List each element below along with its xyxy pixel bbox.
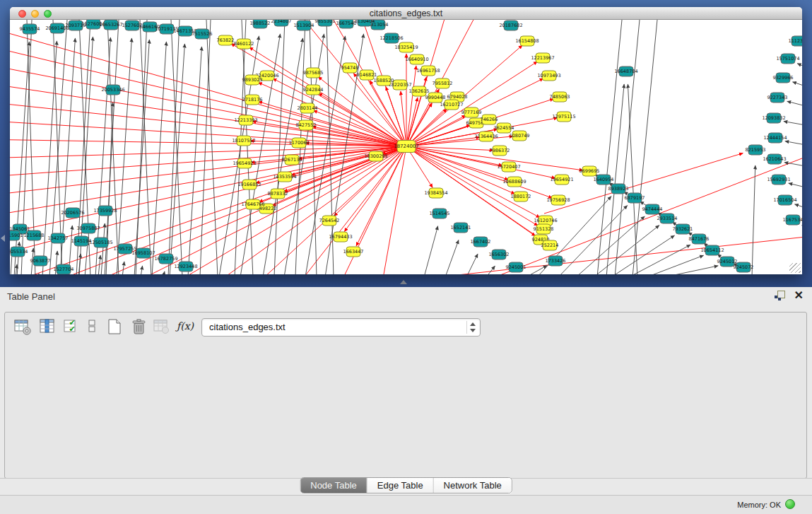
graph-node[interactable]: 14353594: [273, 172, 296, 182]
create-table-icon[interactable]: [106, 319, 124, 337]
graph-node[interactable]: 9435574: [20, 24, 40, 34]
graph-node[interactable]: 1663447: [343, 247, 364, 257]
graph-node[interactable]: 1167534: [783, 215, 802, 225]
graph-node[interactable]: 16210643: [763, 154, 786, 164]
table-settings-icon[interactable]: [14, 319, 33, 336]
graph-node[interactable]: 12218506: [379, 33, 403, 43]
tab-network-table[interactable]: Network Table: [434, 478, 512, 493]
graph-node[interactable]: 1514545: [430, 209, 450, 218]
network-canvas[interactable]: 1872400718325419166409101696175879558121…: [10, 20, 802, 274]
graph-node[interactable]: 9245001: [506, 262, 526, 272]
graph-node[interactable]: 1667402: [471, 237, 491, 247]
graph-node[interactable]: 16154808: [515, 36, 539, 46]
graph-node[interactable]: 20187682: [499, 21, 522, 30]
graph-node[interactable]: 10973493: [537, 71, 560, 81]
graph-node[interactable]: 15751074: [776, 54, 799, 64]
svg-text:30975887: 30975887: [76, 226, 100, 231]
graph-node[interactable]: 12444154: [763, 133, 787, 143]
graph-node[interactable]: 1656302: [489, 250, 510, 259]
graph-node[interactable]: 10654112: [700, 245, 724, 255]
graph-edge: [10, 146, 406, 239]
show-column-icon[interactable]: [39, 319, 57, 336]
graph-node[interactable]: 9474444: [642, 204, 663, 214]
tab-node-table[interactable]: Node Table: [300, 478, 367, 493]
graph-node[interactable]: 8878332: [268, 189, 288, 199]
graph-node[interactable]: 12093832: [762, 113, 785, 123]
float-panel-icon[interactable]: [775, 291, 785, 300]
graph-node[interactable]: 12213967: [531, 53, 554, 63]
graph-node[interactable]: 8267130: [282, 155, 302, 165]
graph-node[interactable]: 1112304: [789, 36, 802, 46]
graph-node[interactable]: 19166852: [237, 180, 261, 189]
window-resize-grip[interactable]: [789, 263, 801, 273]
graph-node[interactable]: 19756928: [546, 195, 570, 205]
graph-node[interactable]: 1640954: [594, 175, 614, 185]
splitter-handle-icon[interactable]: [400, 280, 407, 284]
graph-node[interactable]: 6879197: [625, 193, 645, 203]
graph-node[interactable]: 2933514: [657, 214, 678, 223]
graph-node[interactable]: 18724007: [394, 141, 419, 153]
graph-node[interactable]: 3624554: [494, 123, 514, 133]
graph-node[interactable]: 8471676: [689, 234, 710, 244]
svg-text:19654921: 19654921: [550, 177, 573, 182]
graph-node[interactable]: 8215953: [746, 145, 766, 155]
graph-node[interactable]: 1733426: [546, 256, 566, 266]
graph-node[interactable]: 20053346: [101, 85, 124, 95]
graph-node[interactable]: 12975115: [552, 112, 575, 122]
graph-node[interactable]: 9699695: [579, 166, 600, 176]
graph-node[interactable]: 2234807: [271, 20, 292, 26]
graph-node[interactable]: 9227343: [767, 93, 788, 103]
graph-node[interactable]: 17016504: [773, 195, 796, 205]
graph-node[interactable]: 7986372: [490, 146, 510, 156]
graph-node[interactable]: 12923448: [174, 262, 197, 271]
function-builder-icon[interactable]: ƒ(x): [177, 320, 194, 332]
graph-node[interactable]: 7932621: [673, 224, 693, 234]
graph-node[interactable]: 252214: [541, 240, 559, 250]
graph-node[interactable]: 9855301: [315, 20, 336, 26]
row-height-icon[interactable]: [86, 319, 98, 336]
graph-node[interactable]: 746266: [481, 115, 498, 124]
graph-node[interactable]: 19654921: [550, 175, 573, 185]
graph-node[interactable]: 10688609: [502, 177, 526, 187]
graph-node[interactable]: 19654923: [233, 158, 256, 168]
graph-node[interactable]: 1667540: [336, 20, 357, 28]
svg-text:9063877: 9063877: [30, 258, 51, 264]
graph-node[interactable]: 763822: [217, 35, 235, 45]
graph-node[interactable]: 9063877: [30, 256, 51, 266]
graph-node[interactable]: 9329966: [773, 73, 794, 83]
memory-status-indicator[interactable]: [785, 499, 795, 509]
close-panel-icon[interactable]: ✕: [794, 289, 804, 302]
graph-node[interactable]: 16782759: [154, 254, 177, 264]
graph-node[interactable]: 1527704: [54, 264, 74, 274]
graph-node[interactable]: 19384554: [424, 188, 447, 198]
graph-node[interactable]: 1513904: [294, 21, 314, 30]
panel-collapse-arrow-icon[interactable]: [1, 235, 5, 242]
graph-node[interactable]: 17359928: [93, 206, 117, 216]
graph-node[interactable]: 7485063: [550, 92, 570, 102]
tab-edge-table[interactable]: Edge Table: [367, 478, 434, 493]
graph-node[interactable]: 2055334: [10, 247, 28, 257]
graph-node[interactable]: 2803144: [298, 103, 318, 113]
graph-node[interactable]: 15692931: [767, 175, 790, 185]
delete-table-icon[interactable]: [130, 319, 148, 337]
graph-node[interactable]: 1342757: [48, 233, 69, 243]
graph-node[interactable]: 30975887: [76, 223, 100, 233]
graph-node[interactable]: 9242844: [303, 85, 324, 95]
graph-node[interactable]: 1652141: [451, 223, 471, 233]
graph-node[interactable]: 1080749: [510, 131, 530, 141]
graph-node[interactable]: 12505185: [89, 238, 112, 247]
svg-text:19384554: 19384554: [424, 190, 447, 196]
graph-node[interactable]: 9875685: [303, 68, 324, 78]
graph-node[interactable]: 8460122: [234, 39, 254, 49]
graph-node[interactable]: 1988522: [250, 20, 271, 28]
graph-node[interactable]: 18325419: [394, 42, 418, 52]
network-file-select[interactable]: citations_edges.txt: [201, 318, 481, 337]
graph-node[interactable]: 18107552: [232, 136, 255, 146]
graph-node[interactable]: 7955812: [433, 78, 453, 88]
window-titlebar[interactable]: citations_edges.txt: [10, 7, 802, 20]
graph-node[interactable]: 954749: [341, 63, 359, 73]
select-all-icon[interactable]: ✔ ✔: [63, 319, 81, 336]
graph-node[interactable]: 16961758: [416, 66, 440, 76]
graph-node[interactable]: 8938923: [608, 184, 629, 194]
graph-node[interactable]: 16640910: [405, 54, 428, 64]
